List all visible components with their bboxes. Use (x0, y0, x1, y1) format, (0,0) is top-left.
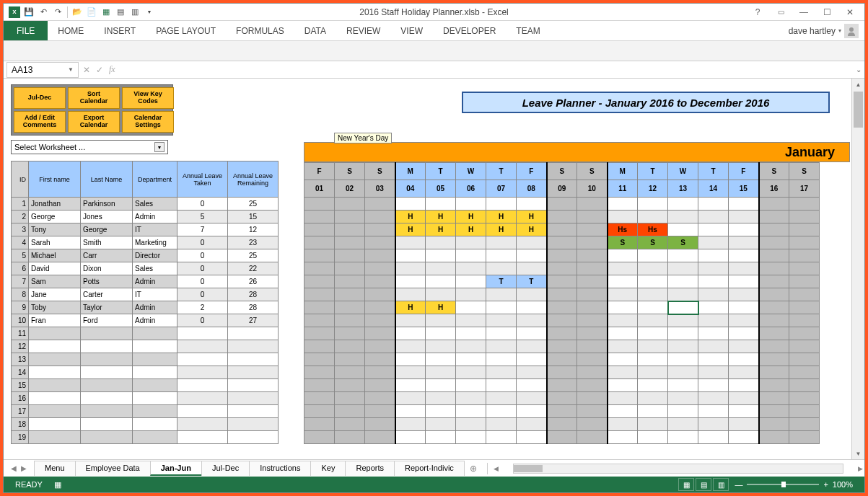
calendar-cell[interactable] (789, 198, 820, 211)
calendar-cell[interactable] (456, 198, 486, 211)
calendar-cell[interactable] (638, 314, 668, 327)
calendar-cell[interactable] (335, 301, 365, 314)
day-number[interactable]: 01 (304, 180, 335, 198)
calendar-cell[interactable] (698, 211, 729, 223)
calendar-cell[interactable] (668, 405, 698, 418)
calendar-cell[interactable]: H (456, 211, 486, 223)
calendar-cell[interactable] (395, 392, 426, 405)
new-icon[interactable]: 📄 (85, 6, 98, 19)
calendar-cell[interactable] (335, 327, 365, 340)
calendar-cell[interactable]: S (608, 236, 638, 249)
toolbar-button[interactable]: View KeyCodes (122, 87, 174, 109)
calendar-cell[interactable] (547, 366, 577, 379)
table-row[interactable]: 3TonyGeorgeIT712 (12, 223, 279, 236)
calendar-cell[interactable] (698, 379, 729, 392)
undo-icon[interactable]: ↶ (37, 6, 50, 19)
user-avatar-icon[interactable] (844, 24, 859, 38)
calendar-cell[interactable] (577, 301, 608, 314)
calendar-cell[interactable] (668, 392, 698, 405)
close-icon[interactable]: ✕ (841, 5, 859, 19)
calendar-cell[interactable] (426, 418, 456, 431)
calendar-cell[interactable] (729, 236, 759, 249)
table-row[interactable]: 14 (12, 366, 279, 379)
calendar-cell[interactable] (547, 340, 577, 353)
calendar-cell[interactable] (789, 275, 820, 288)
calendar-cell[interactable] (577, 353, 608, 366)
calendar-cell[interactable] (335, 211, 365, 223)
ribbon-tab-developer[interactable]: DEVELOPER (433, 21, 506, 40)
calendar-cell[interactable] (486, 314, 517, 327)
calendar-cell[interactable] (729, 340, 759, 353)
calendar-cell[interactable] (547, 379, 577, 392)
day-letter[interactable]: T (638, 163, 668, 180)
pivot-icon[interactable]: ▤ (114, 6, 127, 19)
day-number[interactable]: 16 (759, 180, 789, 198)
calendar-cell[interactable] (426, 405, 456, 418)
horizontal-scrollbar[interactable] (503, 464, 854, 474)
calendar-cell[interactable] (304, 249, 335, 262)
calendar-cell[interactable] (577, 275, 608, 288)
calendar-cell[interactable] (426, 353, 456, 366)
calendar-cell[interactable] (517, 288, 547, 301)
calendar-cell[interactable] (365, 275, 395, 288)
calendar-cell[interactable] (335, 314, 365, 327)
calendar-cell[interactable] (608, 301, 638, 314)
calendar-cell[interactable] (304, 198, 335, 211)
calendar-cell[interactable] (698, 353, 729, 366)
table-row[interactable]: 9TobyTaylorAdmin228 (12, 301, 279, 314)
calendar-cell[interactable]: H (426, 211, 456, 223)
calendar-cell[interactable]: H (395, 301, 426, 314)
vertical-scrollbar[interactable]: ▲ ▼ (851, 79, 864, 459)
calendar-cell[interactable] (789, 301, 820, 314)
calendar-cell[interactable] (789, 392, 820, 405)
calendar-cell[interactable] (668, 366, 698, 379)
sheet-tab[interactable]: Reports (345, 461, 395, 476)
day-letter[interactable]: S (547, 163, 577, 180)
day-letter[interactable]: T (426, 163, 456, 180)
cancel-formula-icon[interactable]: ✕ (83, 65, 90, 75)
calendar-cell[interactable] (335, 223, 365, 236)
table-row[interactable]: 18 (12, 418, 279, 431)
calendar-cell[interactable] (638, 198, 668, 211)
calendar-cell[interactable] (698, 405, 729, 418)
calendar-cell[interactable] (365, 327, 395, 340)
formula-input[interactable] (120, 62, 853, 78)
calendar-cell[interactable] (759, 418, 789, 431)
calendar-cell[interactable] (426, 327, 456, 340)
calendar-cell[interactable] (456, 275, 486, 288)
calendar-cell[interactable] (517, 379, 547, 392)
calendar-cell[interactable] (729, 198, 759, 211)
table-row[interactable]: 1JonathanParkinsonSales025 (12, 198, 279, 211)
calendar-cell[interactable] (577, 327, 608, 340)
calendar-cell[interactable] (608, 418, 638, 431)
scroll-down-icon[interactable]: ▼ (852, 448, 864, 459)
calendar-cell[interactable] (335, 262, 365, 275)
table-row[interactable]: 16 (12, 392, 279, 405)
calendar-cell[interactable] (698, 366, 729, 379)
calendar-cell[interactable] (638, 249, 668, 262)
calendar-cell[interactable] (517, 249, 547, 262)
calendar-cell[interactable] (759, 211, 789, 223)
day-letter[interactable]: W (668, 163, 698, 180)
calendar-cell[interactable] (577, 340, 608, 353)
calendar-cell[interactable] (608, 327, 638, 340)
table-row[interactable]: 5MichaelCarrDirector025 (12, 249, 279, 262)
calendar-cell[interactable] (789, 405, 820, 418)
calendar-cell[interactable] (638, 327, 668, 340)
calendar-cell[interactable] (577, 198, 608, 211)
calendar-cell[interactable] (547, 249, 577, 262)
chart-icon[interactable]: ▥ (128, 6, 141, 19)
hscroll-thumb[interactable] (514, 465, 543, 472)
calendar-cell[interactable] (789, 431, 820, 444)
calendar-cell[interactable] (547, 236, 577, 249)
page-break-icon[interactable]: ▥ (713, 478, 729, 491)
new-sheet-button[interactable]: ⊕ (464, 464, 483, 474)
calendar-cell[interactable] (577, 314, 608, 327)
toolbar-button[interactable]: Add / EditComments (14, 111, 66, 133)
calendar-cell[interactable] (698, 392, 729, 405)
calendar-cell[interactable] (365, 262, 395, 275)
calendar-cell[interactable] (759, 236, 789, 249)
calendar-cell[interactable] (517, 431, 547, 444)
calendar-cell[interactable] (304, 392, 335, 405)
col-id[interactable]: ID (12, 161, 29, 198)
